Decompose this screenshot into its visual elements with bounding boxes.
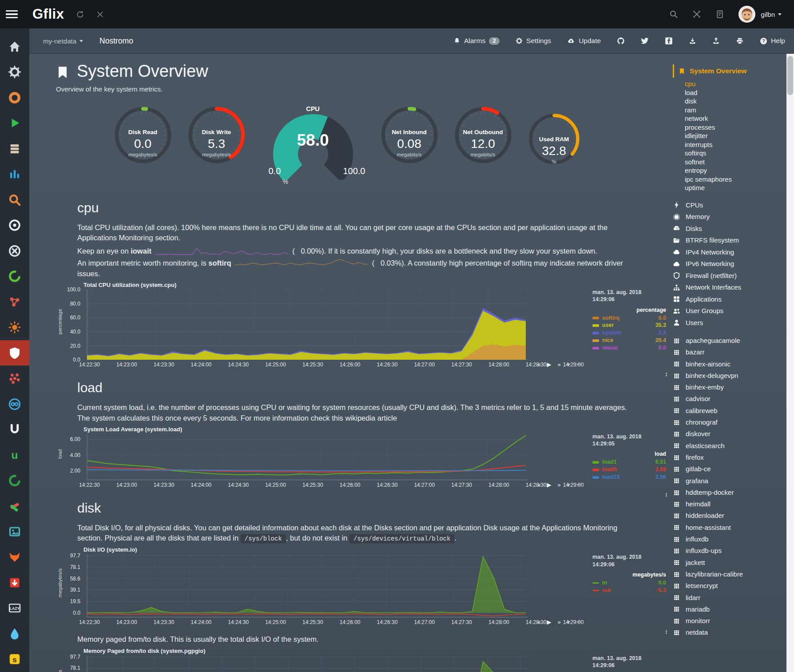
rail-item-app-stacked-boxes[interactable]	[0, 136, 29, 161]
rail-item-app-gitlab-fox[interactable]	[0, 545, 29, 570]
plot-area[interactable]: System Load Average (system.load) 14:22:…	[83, 426, 582, 490]
twitter-icon[interactable]	[641, 37, 649, 45]
chart-control[interactable]: +	[567, 619, 571, 625]
facebook-icon[interactable]	[665, 37, 673, 45]
github-icon[interactable]	[617, 37, 625, 45]
sidebar-subitem-idlejitter[interactable]: idlejitter	[685, 131, 786, 140]
sidebar-item-letsencrypt[interactable]: letsencrypt	[673, 580, 786, 592]
gauge-net-outbound[interactable]: Net Outbound 12.0 megabits/s	[450, 105, 516, 181]
rail-item-app-green-ring[interactable]	[0, 263, 29, 289]
sidebar-item-binhex-delugevpn[interactable]: binhex-delugevpn	[673, 370, 786, 382]
chart-control[interactable]: +	[567, 481, 571, 488]
gauge-disk-write[interactable]: Disk Write 5.3 megabytes/s	[183, 105, 250, 181]
chart-control[interactable]: −	[576, 619, 580, 625]
sidebar-item-hiddenloader[interactable]: hiddenloader	[673, 510, 786, 521]
memory-paged-chart[interactable]: megabytes/s 97.778.158.639.119.50.0 Memo…	[56, 648, 670, 672]
rail-item-app-green-play[interactable]	[0, 110, 29, 135]
rail-item-app-lazylibrarian[interactable]: LAZY	[0, 596, 29, 621]
sidebar-subitem-processes[interactable]: processes	[685, 123, 786, 132]
legend-system[interactable]: system 2.3	[592, 329, 666, 337]
sidebar-item-ipv6-networking[interactable]: IPv6 Networking	[673, 258, 786, 270]
chart-resize-handle[interactable]: ↕	[665, 491, 668, 498]
rail-item-app-download-box[interactable]	[0, 570, 29, 595]
sidebar-item-bazarr[interactable]: bazarr	[673, 346, 786, 358]
sidebar-subitem-disk[interactable]: disk	[685, 97, 786, 106]
sidebar-item-system-overview[interactable]: System Overview	[673, 64, 786, 78]
sidebar-item-binhex-airsonic[interactable]: binhex-airsonic	[673, 358, 786, 370]
sidebar-subitem-ipc-semaphores[interactable]: ipc semaphores	[685, 175, 786, 184]
sidebar-item-cadvisor[interactable]: cadvisor	[673, 393, 786, 405]
rail-item-settings[interactable]	[0, 59, 29, 84]
rail-item-app-x-circle[interactable]	[0, 238, 29, 263]
server-dropdown[interactable]: my-netdata	[43, 37, 83, 45]
legend-softirq[interactable]: softirq 0.0	[592, 314, 666, 322]
sidebar-item-gitlab-ce[interactable]: gitlab-ce	[673, 463, 786, 475]
rail-item-app-horseshoe[interactable]	[0, 417, 29, 442]
gauge-net-inbound[interactable]: Net Inbound 0.08 megabits/s	[376, 105, 443, 181]
rail-item-home[interactable]	[0, 34, 29, 59]
sidebar-subitem-softnet[interactable]: softnet	[685, 158, 786, 167]
reader-icon[interactable]	[715, 10, 724, 19]
upload-icon[interactable]	[712, 37, 720, 45]
sync-icon[interactable]	[76, 10, 84, 19]
sidebar-item-chronograf[interactable]: chronograf	[673, 417, 786, 428]
chart-control[interactable]: −	[576, 481, 580, 488]
sidebar-item-mariadb[interactable]: mariadb	[673, 604, 786, 615]
sidebar-subitem-entropy[interactable]: entropy	[685, 166, 786, 175]
chart-control[interactable]: ▶	[547, 481, 552, 488]
search-icon[interactable]	[669, 10, 678, 19]
rail-item-app-red-dots[interactable]	[0, 366, 29, 391]
rail-item-app-shield[interactable]	[0, 340, 29, 366]
legend-load1[interactable]: load1 6.51	[592, 458, 666, 466]
rail-item-app-disc[interactable]	[0, 212, 29, 238]
disk-io-chart[interactable]: megabytes/s 97.778.158.639.119.50.0 Disk…	[56, 546, 670, 627]
sidebar-subitem-softirqs[interactable]: softirqs	[685, 149, 786, 158]
sidebar-item-monitorr[interactable]: monitorr	[673, 615, 786, 627]
gauge-cpu[interactable]: CPU 58.0 0.0 100.0 %	[257, 105, 369, 188]
sidebar-subitem-cpu[interactable]: cpu	[685, 80, 786, 88]
legend-nice[interactable]: nice 20.4	[592, 337, 666, 344]
rail-item-app-blue-oo[interactable]	[0, 391, 29, 417]
sidebar-subitem-ram[interactable]: ram	[685, 106, 786, 115]
sidebar-subitem-uptime[interactable]: uptime	[685, 183, 786, 192]
section-heading-disk[interactable]: disk	[77, 501, 665, 516]
chart-toolbox[interactable]: «▶»+−	[537, 361, 580, 368]
update-button[interactable]: Update	[567, 37, 601, 45]
plot-area[interactable]: Memory Paged from/to disk (system.pgpgio…	[83, 648, 582, 672]
user-menu[interactable]: gilbn	[761, 11, 782, 18]
rail-item-app-orange-search[interactable]	[0, 187, 29, 212]
sidebar-item-ipv4-networking[interactable]: IPv4 Networking	[673, 247, 786, 258]
download-icon[interactable]	[689, 37, 696, 45]
gauge-used-ram[interactable]: Used RAM 32.8 %	[524, 112, 585, 188]
scrollbar-thumb[interactable]	[787, 56, 793, 95]
sidebar-item-diskover[interactable]: diskover	[673, 428, 786, 440]
legend-out[interactable]: out -5.3	[592, 587, 666, 594]
rail-item-app-sab[interactable]: s	[0, 647, 29, 672]
alarms-button[interactable]: Alarms 2	[453, 37, 500, 45]
sidebar-item-apacheguacamole[interactable]: apacheguacamole	[673, 335, 786, 346]
sidebar-item-user-groups[interactable]: User Groups	[673, 305, 786, 317]
print-icon[interactable]	[736, 37, 744, 45]
legend-user[interactable]: user 35.3	[592, 322, 666, 329]
sidebar-item-grafana[interactable]: grafana	[673, 475, 786, 487]
gauge-disk-read[interactable]: Disk Read 0.0 megabytes/s	[110, 105, 176, 181]
sidebar-item-heimdall[interactable]: heimdall	[673, 498, 786, 510]
plot-area[interactable]: Total CPU utilization (system.cpu) 14:22…	[83, 282, 582, 370]
chart-control[interactable]: »	[558, 619, 561, 625]
chart-control[interactable]: +	[567, 361, 571, 368]
chart-control[interactable]: «	[537, 481, 540, 488]
sidebar-subitem-interrupts[interactable]: interrupts	[685, 140, 786, 149]
sidebar-item-lidarr[interactable]: lidarr	[673, 592, 786, 604]
rail-item-app-red-nodes[interactable]	[0, 289, 29, 314]
section-heading-load[interactable]: load	[77, 380, 665, 395]
legend-load15[interactable]: load15 2.06	[592, 473, 666, 481]
sidebar-item-memory[interactable]: Memory	[673, 211, 786, 223]
chart-resize-handle[interactable]: ↕	[665, 628, 668, 635]
sidebar-item-cpus[interactable]: CPUs	[673, 199, 786, 211]
menu-icon[interactable]	[6, 10, 18, 19]
legend-iowait[interactable]: iowait 0.0	[592, 344, 666, 352]
chart-control[interactable]: »	[558, 481, 561, 488]
rail-item-app-pills[interactable]	[0, 493, 29, 519]
fullscreen-icon[interactable]	[692, 10, 701, 19]
chart-toolbox[interactable]: «▶»+−	[537, 619, 580, 625]
